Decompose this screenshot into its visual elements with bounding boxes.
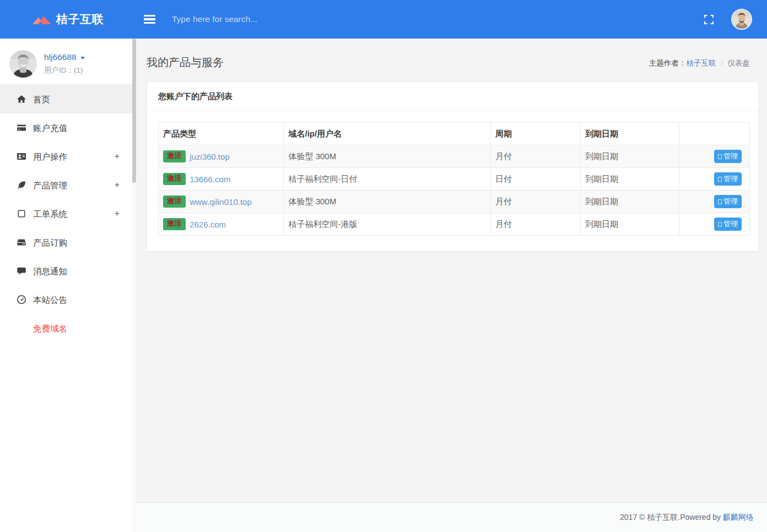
sidebar-menu-link[interactable]: 产品订购 +: [0, 228, 136, 257]
sidebar-menu-link[interactable]: 本站公告 +: [0, 285, 136, 314]
mountain-logo-icon: [33, 15, 51, 24]
fullscreen-icon: [704, 15, 714, 24]
due-date-cell: 到期日期: [581, 168, 679, 191]
product-type-cell: 激活 juzi360.top: [159, 145, 284, 168]
product-row: 激活 13666.com 桔子福利空间-日付 日付 到期日期 管理: [159, 168, 750, 191]
user-menu-toggle[interactable]: hlj66688: [44, 52, 85, 62]
header-avatar[interactable]: [731, 9, 752, 30]
action-cell: 管理: [679, 145, 750, 168]
table-header-row: 产品类型 域名/ip/用户名 周期 到期日期: [159, 123, 750, 145]
manage-button[interactable]: 管理: [714, 150, 742, 164]
brand-name: 桔子互联: [56, 12, 104, 27]
sidebar-user-panel: hlj66688 用户ID：(1): [0, 39, 136, 85]
manage-button[interactable]: 管理: [714, 195, 742, 209]
manage-button-square-icon: [718, 199, 722, 204]
manage-button[interactable]: 管理: [714, 218, 742, 231]
plan-cell: 桔子福利空间-日付: [284, 168, 491, 191]
sidebar-menu-link[interactable]: 账户充值 +: [0, 113, 136, 142]
manage-button-square-icon: [718, 154, 722, 159]
products-panel: 您账户下的产品列表 产品类型 域名/ip/用户名 周期 到期日期: [147, 82, 759, 252]
content-header: 我的产品与服务 主题作者：桔子互联 / 仪表盘: [136, 39, 767, 68]
panel-title: 您账户下的产品列表: [147, 82, 758, 111]
footer-credit-link[interactable]: 麒麟网络: [723, 513, 754, 522]
column-header-actions: [679, 123, 750, 145]
manage-button[interactable]: 管理: [714, 172, 742, 186]
domain-link[interactable]: 2626.com: [190, 220, 226, 229]
manage-button-square-icon: [718, 222, 722, 227]
domain-link[interactable]: www.qilin010.top: [190, 197, 252, 207]
hamburger-icon: [144, 15, 155, 17]
products-table: 产品类型 域名/ip/用户名 周期 到期日期 激活 juzi360.top: [158, 122, 750, 236]
cycle-cell: 月付: [491, 145, 581, 168]
footer-text: 2017 © 桔子互联.Powered by: [620, 513, 723, 522]
user-id: 用户ID：(1): [44, 66, 85, 75]
product-row: 激活 www.qilin010.top 体验型 300M 月付 到期日期 管理: [159, 191, 750, 213]
home-icon: [17, 94, 26, 104]
user-name: hlj66688: [44, 52, 77, 62]
sidebar-menu-link[interactable]: 用户操作 +: [0, 142, 136, 171]
column-header-domain: 域名/ip/用户名: [284, 123, 491, 145]
sidebar-menu-item: 账户充值 +: [0, 113, 136, 142]
status-badge: 激活: [163, 173, 186, 185]
sidebar-menu-link[interactable]: 工单系统 +: [0, 199, 136, 228]
due-date-cell: 到期日期: [581, 213, 679, 236]
sidebar-toggle-button[interactable]: [144, 15, 155, 24]
brand-logo[interactable]: 桔子互联: [0, 0, 136, 39]
expand-plus-icon[interactable]: +: [115, 209, 120, 219]
domain-link[interactable]: juzi360.top: [190, 152, 230, 161]
sidebar-menu-item: 首页 +: [0, 85, 136, 113]
breadcrumb-separator: /: [721, 59, 723, 67]
sidebar-menu-item: 产品管理 +: [0, 171, 136, 199]
expand-plus-icon[interactable]: +: [115, 180, 120, 190]
plan-cell: 体验型 300M: [284, 145, 491, 168]
status-badge: 激活: [163, 196, 186, 208]
column-header-due-date: 到期日期: [581, 123, 679, 145]
breadcrumb-current: 仪表盘: [728, 59, 750, 67]
sidebar-menu: 首页 + 账户充值 + 用户操作 + 产品管理: [0, 85, 136, 343]
sidebar-menu-link[interactable]: 首页 +: [0, 85, 136, 113]
plan-cell: 体验型 300M: [284, 191, 491, 213]
manage-button-square-icon: [718, 177, 722, 182]
content-body: 您账户下的产品列表 产品类型 域名/ip/用户名 周期 到期日期: [136, 68, 767, 502]
due-date-cell: 到期日期: [581, 191, 679, 213]
domain-link[interactable]: 13666.com: [190, 175, 230, 184]
product-type-cell: 激活 www.qilin010.top: [159, 191, 284, 213]
user-avatar: [9, 50, 37, 78]
expand-plus-icon[interactable]: +: [115, 151, 120, 161]
page-footer: 2017 © 桔子互联.Powered by 麒麟网络: [136, 502, 767, 532]
caret-down-icon: [80, 57, 85, 59]
panel-body: 产品类型 域名/ip/用户名 周期 到期日期 激活 juzi360.top: [147, 111, 758, 251]
due-date-cell: 到期日期: [581, 145, 679, 168]
sidebar-menu-item: 产品订购 +: [0, 228, 136, 257]
product-type-cell: 激活 13666.com: [159, 168, 284, 191]
fullscreen-button[interactable]: [704, 15, 714, 24]
sidebar-menu-link[interactable]: 免费域名 +: [0, 314, 136, 343]
sidebar-menu-item: 消息通知 +: [0, 257, 136, 285]
cycle-cell: 日付: [491, 168, 581, 191]
product-type-cell: 激活 2626.com: [159, 213, 284, 236]
square-outline-icon: [17, 209, 26, 219]
search-input[interactable]: [171, 14, 402, 25]
id-card-icon: [17, 151, 26, 161]
plan-cell: 桔子福利空间-港版: [284, 213, 491, 236]
breadcrumb-label: 主题作者：: [649, 59, 687, 67]
credit-card-icon: [17, 123, 26, 133]
sidebar-menu-link[interactable]: 消息通知 +: [0, 257, 136, 285]
action-cell: 管理: [679, 213, 750, 236]
product-row: 激活 juzi360.top 体验型 300M 月付 到期日期 管理: [159, 145, 750, 168]
top-header: 桔子互联: [0, 0, 767, 39]
sidebar-scrollbar-thumb[interactable]: [132, 39, 136, 183]
navbar: [136, 0, 767, 39]
breadcrumb: 主题作者：桔子互联 / 仪表盘: [649, 58, 750, 68]
hdd-icon: [17, 237, 26, 247]
gauge-icon: [17, 295, 26, 305]
cycle-cell: 月付: [491, 191, 581, 213]
action-cell: 管理: [679, 168, 750, 191]
sidebar-menu-link[interactable]: 产品管理 +: [0, 171, 136, 199]
cycle-cell: 月付: [491, 213, 581, 236]
leaf-icon: [17, 180, 26, 190]
sidebar: hlj66688 用户ID：(1) 首页 + 账户充值 +: [0, 39, 136, 532]
status-badge: 激活: [163, 218, 186, 230]
comment-icon: [17, 266, 26, 276]
breadcrumb-theme-author-link[interactable]: 桔子互联: [686, 59, 716, 67]
